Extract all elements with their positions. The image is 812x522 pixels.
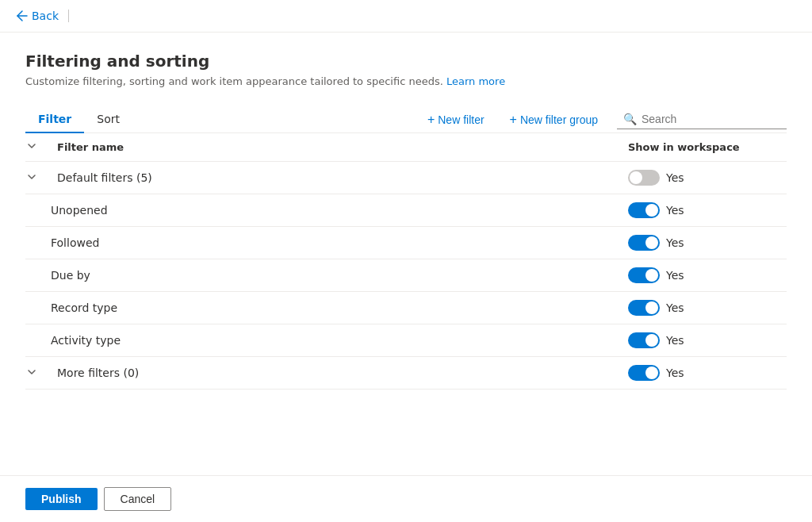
page-subtitle: Customize filtering, sorting and work it… <box>25 75 787 87</box>
workspace-toggle-more-group: Yes <box>628 365 787 381</box>
toggle-label-activity-type: Yes <box>666 334 684 347</box>
expand-default-group[interactable] <box>25 171 57 186</box>
filter-name-followed: Followed <box>51 236 628 249</box>
table-row: Record type Yes <box>25 292 787 324</box>
plus-icon: + <box>427 113 435 127</box>
toggle-label-default-group: Yes <box>666 171 684 184</box>
publish-button[interactable]: Publish <box>25 488 98 510</box>
sort-icon <box>25 140 38 152</box>
filter-name-more-group: More filters (0) <box>57 367 628 379</box>
toggle-slider-followed <box>628 235 660 251</box>
search-box: 🔍 <box>617 109 787 129</box>
toggle-label-followed: Yes <box>666 236 684 249</box>
learn-more-link[interactable]: Learn more <box>446 75 505 87</box>
toggle-label-record-type: Yes <box>666 301 684 314</box>
table-row: Unopened Yes <box>25 194 787 227</box>
top-nav: Back <box>0 0 812 33</box>
new-filter-label: New filter <box>438 113 484 126</box>
workspace-toggle-unopened: Yes <box>628 202 787 218</box>
toolbar-right: + New filter + New filter group 🔍 <box>421 109 787 130</box>
filter-name-unopened: Unopened <box>51 204 628 217</box>
table-row: More filters (0) Yes <box>25 357 787 390</box>
toggle-slider-due-by <box>628 267 660 283</box>
toggle-label-more-group: Yes <box>666 367 684 379</box>
tab-sort[interactable]: Sort <box>84 106 132 133</box>
toggle-label-due-by: Yes <box>666 269 684 282</box>
toggle-followed[interactable] <box>628 235 660 251</box>
page-title: Filtering and sorting <box>25 52 787 71</box>
toggle-more-group[interactable] <box>628 365 660 381</box>
workspace-toggle-due-by: Yes <box>628 267 787 283</box>
search-input[interactable] <box>642 113 780 125</box>
toggle-due-by[interactable] <box>628 267 660 283</box>
back-label: Back <box>32 10 59 22</box>
tabs-area: Filter Sort <box>25 106 132 132</box>
toggle-slider-more-group <box>628 365 660 381</box>
toggle-default-group[interactable] <box>628 170 660 186</box>
toggle-slider-record-type <box>628 300 660 316</box>
toggle-slider-activity-type <box>628 332 660 348</box>
workspace-toggle-activity-type: Yes <box>628 332 787 348</box>
table-row: Activity type Yes <box>25 324 787 357</box>
nav-divider <box>68 10 69 22</box>
toggle-activity-type[interactable] <box>628 332 660 348</box>
toggle-unopened[interactable] <box>628 202 660 218</box>
new-filter-button[interactable]: + New filter <box>421 109 491 130</box>
filter-table: Filter name Show in workspace Default fi… <box>25 133 787 390</box>
subtitle-text: Customize filtering, sorting and work it… <box>25 75 443 87</box>
main-content: Filtering and sorting Customize filterin… <box>0 33 812 475</box>
cancel-button[interactable]: Cancel <box>104 487 172 511</box>
new-filter-group-label: New filter group <box>520 113 598 126</box>
toggle-slider-default-group <box>628 170 660 186</box>
header-expand-col <box>25 140 57 155</box>
footer: Publish Cancel <box>0 475 812 522</box>
table-header: Filter name Show in workspace <box>25 133 787 162</box>
workspace-toggle-followed: Yes <box>628 235 787 251</box>
filter-name-due-by: Due by <box>51 269 628 282</box>
table-row: Default filters (5) Yes <box>25 162 787 194</box>
back-button[interactable]: Back <box>16 10 59 22</box>
workspace-toggle-record-type: Yes <box>628 300 787 316</box>
filter-name-default-group: Default filters (5) <box>57 171 628 184</box>
table-row: Due by Yes <box>25 259 787 292</box>
expand-more-group[interactable] <box>25 366 57 381</box>
filter-name-activity-type: Activity type <box>51 334 628 347</box>
table-row: Followed Yes <box>25 227 787 259</box>
tabs-toolbar: Filter Sort + New filter + New filter gr… <box>25 106 787 133</box>
search-icon: 🔍 <box>623 113 637 125</box>
plus-icon-group: + <box>510 113 517 127</box>
workspace-toggle-default-group: Yes <box>628 170 787 186</box>
toggle-record-type[interactable] <box>628 300 660 316</box>
toggle-slider-unopened <box>628 202 660 218</box>
header-workspace: Show in workspace <box>628 141 787 153</box>
toggle-label-unopened: Yes <box>666 204 684 217</box>
new-filter-group-button[interactable]: + New filter group <box>504 109 604 130</box>
header-filter-name: Filter name <box>57 141 628 153</box>
filter-name-record-type: Record type <box>51 301 628 314</box>
tab-filter[interactable]: Filter <box>25 106 84 133</box>
